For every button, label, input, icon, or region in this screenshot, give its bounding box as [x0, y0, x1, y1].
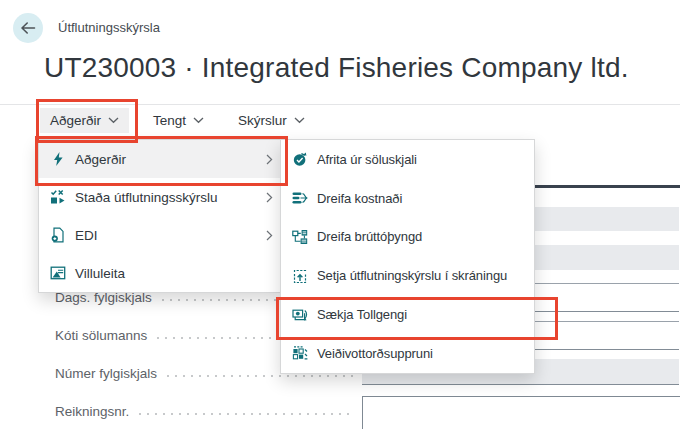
form-row-reikningsnr: Reikningsnr. [55, 403, 355, 420]
field-label: Númer fylgiskjals [55, 366, 157, 381]
chevron-down-icon [193, 117, 204, 124]
chevron-right-icon [266, 230, 273, 241]
currency-exchange-icon [291, 306, 308, 323]
submenu-item-label: Setja útflutningskýrslu í skráningu [317, 268, 507, 283]
submenu-item-label: Dreifa brúttóþyngd [317, 229, 422, 244]
chevron-down-icon [108, 117, 119, 124]
field-label: Kóti sölumanns [55, 328, 147, 343]
menubar-item-label: Tengt [153, 113, 186, 128]
menu-item-label: EDI [75, 228, 98, 243]
submenu-item-setja-i-skraningu[interactable]: Setja útflutningskýrslu í skráningu [281, 256, 534, 295]
actions-submenu: Afrita úr söluskjali Dreifa kostnaði Dre… [280, 139, 535, 374]
breadcrumb[interactable]: Útflutningsskýrsla [58, 20, 160, 35]
chevron-right-icon [266, 192, 273, 203]
chevron-right-icon [266, 154, 273, 165]
register-clipboard-icon [291, 267, 308, 284]
back-arrow-icon [20, 21, 36, 35]
lightning-icon [49, 151, 66, 168]
menu-item-edi[interactable]: EDI [39, 216, 281, 254]
chevron-down-icon [294, 117, 305, 124]
menubar-item-skyrslur[interactable]: Skýrslur [228, 108, 315, 133]
allocate-cost-icon [291, 190, 308, 207]
menubar-item-label: Aðgerðir [50, 113, 101, 128]
menubar-item-tengt[interactable]: Tengt [143, 108, 214, 133]
submenu-item-saekja-tollgengi[interactable]: Sækja Tollgengi [281, 295, 534, 334]
document-status-icon [49, 189, 66, 206]
dotted-leader [139, 413, 355, 415]
copy-check-icon [291, 151, 308, 168]
picture-icon [49, 265, 66, 282]
submenu-item-afrita-ur-soluskjali[interactable]: Afrita úr söluskjali [281, 140, 534, 179]
menu-item-stada-utflutningsskyrslu[interactable]: Staða útflutningsskýrslu [39, 178, 281, 216]
menu-item-label: Staða útflutningsskýrslu [75, 190, 218, 205]
page-title: UT230003 · Integrated Fisheries Company … [44, 52, 629, 84]
back-button[interactable] [13, 13, 43, 43]
submenu-item-label: Afrita úr söluskjali [317, 152, 417, 167]
distribute-weight-icon [291, 228, 308, 245]
submenu-item-dreifa-kostnadi[interactable]: Dreifa kostnaði [281, 179, 534, 218]
actions-dropdown-menu: Aðgerðir Staða útflutningsskýrslu [38, 139, 282, 293]
submenu-item-label: Veiðivottorðsuppruni [317, 346, 433, 361]
reikningsnr-input[interactable] [362, 396, 680, 429]
submenu-item-label: Dreifa kostnaði [317, 191, 402, 206]
menu-item-label: Aðgerðir [75, 152, 126, 167]
menubar-item-adgerdir[interactable]: Aðgerðir [40, 108, 129, 133]
edi-document-icon [49, 227, 66, 244]
field-label: Reikningsnr. [55, 404, 129, 419]
origin-grid-icon [291, 345, 308, 362]
menu-item-adgerdir[interactable]: Aðgerðir [39, 140, 281, 178]
submenu-item-veidivottordsuppruni[interactable]: Veiðivottorðsuppruni [281, 334, 534, 373]
dotted-leader [167, 375, 355, 377]
submenu-item-label: Sækja Tollgengi [317, 307, 407, 322]
menu-item-label: Villuleita [75, 266, 125, 281]
menu-item-villuleita[interactable]: Villuleita [39, 254, 281, 292]
action-menubar: Aðgerðir Tengt Skýrslur [40, 105, 315, 136]
submenu-item-dreifa-bruttothyngd[interactable]: Dreifa brúttóþyngd [281, 218, 534, 257]
menubar-item-label: Skýrslur [238, 113, 287, 128]
